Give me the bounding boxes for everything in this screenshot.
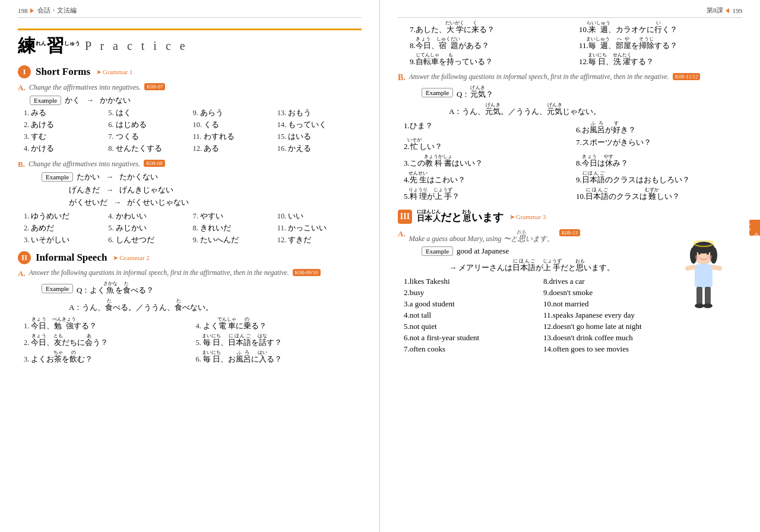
list-item: 12.すきだ xyxy=(277,235,362,245)
list-item: 4.かける xyxy=(24,144,108,154)
list-item: 3.いそがしい xyxy=(24,235,108,245)
list-item: 12.毎日まいにち、洗濯せんたくする？ xyxy=(579,52,742,67)
list-item: 5.毎日まいにち、日本語にほんごを話はなす？ xyxy=(196,333,362,348)
section3a-audio[interactable]: K08-13 xyxy=(559,229,581,236)
section2a-answer: A：うん、食たべる。／ううん、食たべない。 xyxy=(69,298,362,313)
svg-point-4 xyxy=(698,252,701,255)
section3-grammar-ref: Grammar 3 xyxy=(516,213,546,220)
section2a-audio[interactable]: K08-09/10 xyxy=(293,269,321,276)
list-item: 4.よく電車でんしゃに乗のる？ xyxy=(196,316,362,331)
grammar1-arrow-icon: ➤ xyxy=(96,68,102,76)
example-label: Example xyxy=(422,88,453,97)
section2-grammar-ref: Grammar 2 xyxy=(119,254,149,261)
example2-result: げんきじゃない xyxy=(119,185,173,195)
list-item: 11.毎週まいしゅう、部屋へやを掃除そうじする？ xyxy=(579,36,742,51)
grammar2-arrow-icon: ➤ xyxy=(113,254,118,262)
list-item: 1.ひま？ xyxy=(404,121,570,135)
list-item: 6.はじめる xyxy=(108,120,192,130)
section1b-example3: がくせいだ → がくせいじゃない xyxy=(69,197,362,208)
left-page: 198 会話・文法編 練れん習しゅう P r a c t i c e I Sho… xyxy=(0,0,380,532)
example3: がくせいだ xyxy=(69,197,107,208)
list-item: 13.doesn't drink coffee much xyxy=(543,333,677,343)
left-breadcrumb: 会話・文法編 xyxy=(37,6,77,15)
section1a-items: 1.みる 5.はく 9.あらう 13.おもう 2.あける 6.はじめる 10.く… xyxy=(24,108,362,154)
section3a-instruction: Make a guess about Mary, using 〜と思おもいます。 xyxy=(409,229,556,244)
section1a-example: Example かく → かかない xyxy=(30,95,362,106)
section2: II Informal Speech ➤ Grammar 2 A. Answer… xyxy=(18,251,362,365)
section2b-example-q: Example Q：元気げんき？ xyxy=(422,85,742,100)
list-item: 11.かっこいい xyxy=(277,223,362,233)
list-item: 8.今日きょう、宿題しゅくだいがある？ xyxy=(410,36,573,51)
list-item: 11.speaks Japanese every day xyxy=(543,311,677,320)
section1b-instruction-row: B. Change the affirmatives into negative… xyxy=(18,160,362,169)
list-item: 12.ある xyxy=(193,144,277,154)
section2-num: II xyxy=(18,251,31,264)
section3a-example: Example good at Japanese → メアリーさんは日本語にほん… xyxy=(410,246,677,273)
section1b-label: B. xyxy=(18,160,25,169)
section2a-q: Q：よく魚さかなを食たべる？ xyxy=(77,281,158,296)
list-item: 9.自転車じてんしゃを持もっている？ xyxy=(410,52,573,67)
svg-point-11 xyxy=(695,303,704,308)
list-item: 5.not quiet xyxy=(404,322,537,331)
left-page-header: 198 会話・文法編 xyxy=(18,6,362,18)
section1-num: I xyxy=(18,65,31,78)
list-item: 8.せんたくする xyxy=(108,144,192,154)
section2b: B. Answer the following questions in inf… xyxy=(398,73,742,202)
list-item: 3.すむ xyxy=(24,132,108,142)
section1b-audio[interactable]: K08-08 xyxy=(144,160,165,167)
right-page: 第8課 199 7.あした、大学だいがくに来くる？ 10.来週らいしゅう、カラオ… xyxy=(380,0,760,532)
section2a-instruction: Answer the following questions in inform… xyxy=(29,269,289,276)
list-item: 14.often goes to see movies xyxy=(543,344,677,354)
arrow-icon: → xyxy=(86,96,94,105)
list-item: 3.よくお茶ちゃを飲のむ？ xyxy=(24,350,190,365)
section3a-given: good at Japanese xyxy=(457,246,509,256)
section1b-items: 1.ゆうめいだ 4.かわいい 7.やすい 10.いい 2.あめだ 5.みじかい … xyxy=(24,211,362,245)
section1a-instruction: Change the affirmatives into negatives. xyxy=(29,83,141,92)
left-page-num: 198 xyxy=(18,7,28,14)
section2-title-row: II Informal Speech ➤ Grammar 2 xyxy=(18,251,362,264)
list-item: 1.みる xyxy=(24,108,108,118)
right-page-num: 199 xyxy=(733,7,743,14)
list-item: 5.料理りょうりが上手じょうず？ xyxy=(404,187,570,202)
list-item: 10.日本語にほんごのクラスは難むずかしい？ xyxy=(576,187,742,202)
section2b-instruction-row: B. Answer the following questions in inf… xyxy=(398,73,742,83)
svg-rect-10 xyxy=(705,287,711,305)
section2b-audio[interactable]: K08-11/12 xyxy=(673,73,701,80)
section2b-instruction: Answer the following questions in inform… xyxy=(409,73,669,80)
section1a-audio[interactable]: K08-07 xyxy=(144,83,166,90)
sidebar-tab[interactable]: 会 L8 xyxy=(749,220,760,236)
list-item: 2.busy xyxy=(404,288,537,297)
section2b-example: Example Q：元気げんき？ A：うん、元気げんき。／ううん、元気げんきじゃ… xyxy=(410,85,742,117)
list-item: 16.かえる xyxy=(277,144,362,154)
list-item: 13.おもう xyxy=(277,108,362,118)
section2a-example-q: Example Q：よく魚さかなを食たべる？ xyxy=(42,281,362,296)
list-item: 4.かわいい xyxy=(108,211,192,221)
list-item: 9.たいへんだ xyxy=(193,235,277,245)
list-item: 7.often cooks xyxy=(404,344,537,354)
list-item: 9.日本語にほんごのクラスはおもしろい？ xyxy=(576,170,742,185)
section1a-label: A. xyxy=(18,83,26,93)
list-item: 4.先生せんせいはこわい？ xyxy=(404,170,570,185)
section3: III 日本人にほんじんだと思おもいます ➤ Grammar 3 A. Make… xyxy=(398,209,742,354)
right-page-header: 第8課 199 xyxy=(398,6,742,18)
triangle-right-icon xyxy=(30,8,34,13)
example-label: Example xyxy=(422,246,453,256)
section1a-instruction-row: A. Change the affirmatives into negative… xyxy=(18,83,362,93)
grammar3-arrow-icon: ➤ xyxy=(509,213,515,221)
list-item: 5.みじかい xyxy=(108,223,192,233)
section1-grammar-ref: Grammar 1 xyxy=(103,68,132,75)
list-item: 6.しんせつだ xyxy=(108,235,192,245)
svg-rect-8 xyxy=(711,264,722,271)
list-item: 14.もっていく xyxy=(277,120,362,130)
practice-header: 練れん習しゅう P r a c t i c e xyxy=(18,28,362,58)
list-item: 2.忙いそがしい？ xyxy=(404,137,570,152)
list-item: 5.はく xyxy=(108,108,192,118)
list-item: 1.今日きょう、勉強べんきょうする？ xyxy=(24,316,190,331)
list-item: 6.お風呂ふろが好すき？ xyxy=(576,121,742,135)
list-item: 8.きれいだ xyxy=(193,223,277,233)
example-label: Example xyxy=(42,284,73,293)
list-item: 9.あらう xyxy=(193,108,277,118)
section2a-instruction-row: A. Answer the following questions in inf… xyxy=(18,269,362,278)
section2b-label: B. xyxy=(398,73,406,83)
list-item: 1.ゆうめいだ xyxy=(24,211,108,221)
